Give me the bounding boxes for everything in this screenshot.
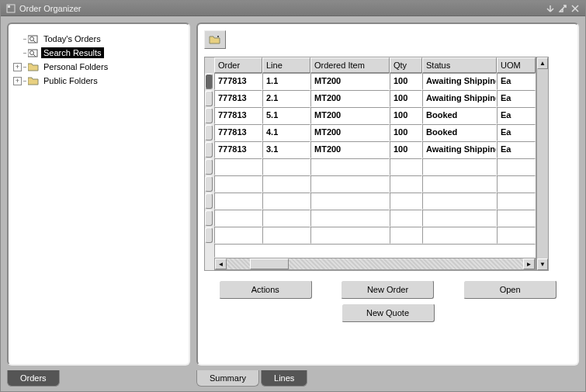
scroll-left-icon[interactable]: ◄ xyxy=(215,258,227,269)
scroll-right-icon[interactable]: ► xyxy=(523,258,535,269)
table-cell[interactable] xyxy=(497,158,536,175)
table-cell[interactable]: 3.1 xyxy=(262,141,310,158)
table-cell[interactable]: 100 xyxy=(390,124,422,141)
table-cell[interactable]: 777813 xyxy=(214,73,262,90)
folder-tool-button[interactable] xyxy=(204,30,226,49)
table-row[interactable] xyxy=(205,193,536,210)
table-cell[interactable]: 1.1 xyxy=(262,73,310,90)
row-selector[interactable] xyxy=(205,159,213,175)
table-row[interactable]: 7778135.1MT200100BookedEa xyxy=(205,107,536,124)
tree-item[interactable]: Today's Orders xyxy=(13,32,184,46)
tree-item[interactable]: +Public Folders xyxy=(13,74,184,88)
table-cell[interactable]: Ea xyxy=(497,107,536,124)
table-cell[interactable]: Ea xyxy=(497,124,536,141)
table-cell[interactable] xyxy=(390,227,422,244)
vscroll-track[interactable] xyxy=(537,69,548,258)
table-cell[interactable] xyxy=(214,227,262,244)
table-cell[interactable] xyxy=(422,175,497,193)
row-selector[interactable] xyxy=(205,210,213,226)
table-cell[interactable] xyxy=(390,193,422,210)
table-cell[interactable] xyxy=(497,210,536,227)
table-cell[interactable] xyxy=(390,210,422,227)
table-cell[interactable]: 100 xyxy=(390,90,422,107)
vertical-scrollbar[interactable]: ▲ ▼ xyxy=(536,57,549,271)
column-header[interactable]: Line xyxy=(262,57,310,73)
table-cell[interactable] xyxy=(310,158,390,175)
row-selector[interactable] xyxy=(205,176,213,192)
row-selector[interactable] xyxy=(205,227,213,243)
table-cell[interactable]: 4.1 xyxy=(262,124,310,141)
row-selector[interactable] xyxy=(205,74,213,89)
tab-orders[interactable]: Orders xyxy=(7,370,60,387)
table-cell[interactable] xyxy=(390,175,422,193)
tree-item-label[interactable]: Today's Orders xyxy=(41,33,103,44)
table-cell[interactable] xyxy=(262,227,310,244)
table-cell[interactable]: Ea xyxy=(497,90,536,107)
horizontal-scrollbar[interactable]: ◄ ► xyxy=(214,258,536,270)
table-cell[interactable] xyxy=(214,193,262,210)
new-order-button[interactable]: New Order xyxy=(341,280,434,299)
table-cell[interactable]: 100 xyxy=(390,73,422,90)
table-cell[interactable]: Booked xyxy=(422,124,497,141)
table-cell[interactable] xyxy=(310,175,390,193)
actions-button[interactable]: Actions xyxy=(219,280,312,299)
table-cell[interactable] xyxy=(497,227,536,244)
table-cell[interactable] xyxy=(262,158,310,175)
scroll-up-icon[interactable]: ▲ xyxy=(537,57,548,69)
table-cell[interactable] xyxy=(497,175,536,193)
maximize-icon[interactable] xyxy=(557,3,568,14)
tree-item-label[interactable]: Public Folders xyxy=(41,75,100,86)
titlebar[interactable]: Order Organizer xyxy=(1,1,585,16)
scroll-down-icon[interactable]: ▼ xyxy=(537,258,548,270)
tree-item-label[interactable]: Personal Folders xyxy=(41,61,110,72)
table-cell[interactable]: MT200 xyxy=(310,124,390,141)
table-cell[interactable] xyxy=(214,210,262,227)
table-row[interactable]: 7778132.1MT200100Awaiting ShippingEa xyxy=(205,90,536,107)
table-cell[interactable]: 100 xyxy=(390,141,422,158)
tree-item-label[interactable]: Search Results xyxy=(41,47,104,58)
table-cell[interactable]: 5.1 xyxy=(262,107,310,124)
table-cell[interactable]: MT200 xyxy=(310,107,390,124)
row-selector[interactable] xyxy=(205,108,213,123)
table-cell[interactable] xyxy=(310,193,390,210)
table-cell[interactable]: MT200 xyxy=(310,73,390,90)
table-cell[interactable] xyxy=(262,210,310,227)
tree-item[interactable]: Search Results xyxy=(13,46,184,60)
table-cell[interactable]: 777813 xyxy=(214,90,262,107)
table-cell[interactable]: Booked xyxy=(422,107,497,124)
table-row[interactable] xyxy=(205,158,536,175)
table-cell[interactable] xyxy=(310,210,390,227)
column-header[interactable]: Ordered Item xyxy=(310,57,390,73)
table-cell[interactable]: Awaiting Shipping xyxy=(422,141,497,158)
column-header[interactable]: Qty xyxy=(390,57,422,73)
tab-summary[interactable]: Summary xyxy=(196,370,259,387)
table-cell[interactable]: 777813 xyxy=(214,141,262,158)
table-cell[interactable] xyxy=(422,158,497,175)
expand-icon[interactable]: + xyxy=(13,77,22,85)
table-cell[interactable] xyxy=(497,193,536,210)
hscroll-thumb[interactable] xyxy=(250,258,289,269)
table-cell[interactable]: 777813 xyxy=(214,124,262,141)
row-selector[interactable] xyxy=(205,91,213,106)
table-cell[interactable] xyxy=(310,227,390,244)
column-header[interactable]: Status xyxy=(422,57,497,73)
table-cell[interactable] xyxy=(422,210,497,227)
expand-icon[interactable]: + xyxy=(13,63,22,71)
table-cell[interactable] xyxy=(422,193,497,210)
tree-item[interactable]: +Personal Folders xyxy=(13,60,184,74)
table-row[interactable]: 7778134.1MT200100BookedEa xyxy=(205,124,536,141)
new-quote-button[interactable]: New Quote xyxy=(342,304,435,322)
row-selector[interactable] xyxy=(205,125,213,140)
table-cell[interactable] xyxy=(422,227,497,244)
table-row[interactable]: 7778131.1MT200100Awaiting ShippingEa xyxy=(205,73,536,90)
table-cell[interactable] xyxy=(214,175,262,193)
table-cell[interactable]: MT200 xyxy=(310,90,390,107)
tab-lines[interactable]: Lines xyxy=(261,370,307,387)
table-row[interactable]: 7778133.1MT200100Awaiting ShippingEa xyxy=(205,141,536,158)
table-cell[interactable]: 777813 xyxy=(214,107,262,124)
table-cell[interactable] xyxy=(214,158,262,175)
table-cell[interactable] xyxy=(390,158,422,175)
table-row[interactable] xyxy=(205,175,536,193)
open-button[interactable]: Open xyxy=(463,280,557,299)
table-cell[interactable]: Awaiting Shipping xyxy=(422,73,497,90)
